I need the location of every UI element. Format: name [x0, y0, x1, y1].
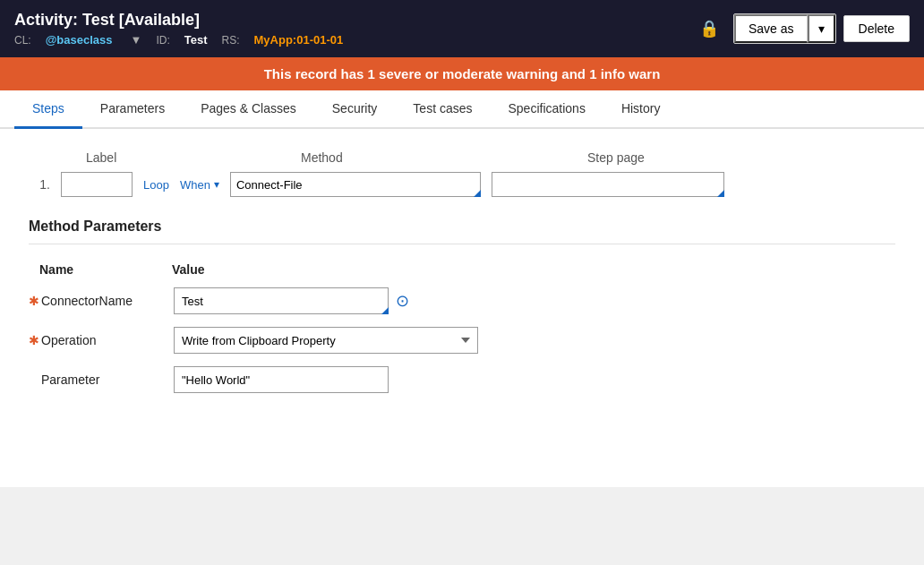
col-label-header: Label	[86, 150, 193, 165]
rs-value: MyApp:01-01-01	[254, 33, 344, 47]
params-col-name: Name	[29, 262, 172, 277]
param-name-parameter: Parameter	[41, 372, 174, 387]
rs-label: RS:	[222, 34, 240, 47]
params-header: Name Value	[29, 262, 895, 277]
lock-icon: 🔒	[699, 19, 719, 39]
operation-dropdown-wrapper: Write from Clipboard Property Read from …	[174, 327, 478, 354]
step-columns-header: Label Method Step page	[29, 150, 895, 165]
warning-banner: This record has 1 severe or moderate war…	[0, 57, 924, 90]
step-row: 1. Loop When ▾	[29, 172, 895, 197]
main-content: Label Method Step page 1. Loop When ▾ Me…	[0, 129, 924, 487]
loop-link[interactable]: Loop	[143, 178, 169, 192]
col-steppage-header: Step page	[587, 150, 645, 165]
page-title: Activity: Test [Available]	[14, 11, 343, 30]
step-label-input[interactable]	[61, 172, 133, 197]
tab-specifications[interactable]: Specifications	[491, 90, 603, 129]
required-star-operation: ✱	[29, 333, 41, 347]
required-star-connector: ✱	[29, 294, 41, 308]
cl-label: CL:	[14, 34, 31, 47]
step-page-input-wrapper	[492, 172, 724, 197]
header-left: Activity: Test [Available] CL: @baseclas…	[14, 11, 343, 47]
save-as-wrapper: Save as ▾	[733, 13, 836, 44]
header-right: 🔒 Save as ▾ Delete	[699, 13, 910, 44]
when-chevron-icon: ▾	[214, 178, 219, 191]
param-row-connector-name: ✱ ConnectorName ⊙	[29, 287, 895, 314]
tab-history[interactable]: History	[603, 90, 679, 129]
parameter-input[interactable]	[174, 366, 389, 393]
tab-parameters[interactable]: Parameters	[82, 90, 183, 129]
when-label: When	[180, 178, 210, 192]
header: Activity: Test [Available] CL: @baseclas…	[0, 0, 924, 57]
param-name-connector: ConnectorName	[41, 294, 174, 308]
param-name-operation: Operation	[41, 333, 174, 347]
delete-button[interactable]: Delete	[843, 15, 910, 42]
id-value: Test	[184, 33, 208, 47]
connector-name-input[interactable]	[174, 287, 389, 314]
header-meta: CL: @baseclass ▼ ID: Test RS: MyApp:01-0…	[14, 33, 343, 47]
id-label: ID:	[156, 34, 169, 47]
target-icon[interactable]: ⊙	[396, 291, 409, 311]
param-corner-icon	[381, 307, 389, 314]
step-page-corner-icon	[717, 190, 724, 197]
section-divider	[29, 244, 895, 244]
method-params-title: Method Parameters	[29, 218, 895, 235]
method-input[interactable]	[230, 172, 481, 197]
param-row-operation: ✱ Operation Write from Clipboard Propert…	[29, 327, 895, 354]
required-star-parameter: ✱	[29, 372, 41, 387]
step-number: 1.	[29, 177, 50, 192]
tab-security[interactable]: Security	[314, 90, 396, 129]
save-as-button[interactable]: Save as	[734, 14, 808, 43]
cl-value: @baseclass	[46, 33, 113, 47]
method-input-wrapper	[230, 172, 481, 197]
operation-dropdown[interactable]: Write from Clipboard Property Read from …	[174, 327, 478, 354]
when-dropdown[interactable]: When ▾	[180, 178, 219, 192]
tab-steps[interactable]: Steps	[14, 90, 82, 129]
method-params-section: Method Parameters Name Value ✱ Connector…	[29, 218, 895, 393]
col-method-header: Method	[301, 150, 552, 165]
step-page-input[interactable]	[492, 172, 724, 197]
param-row-parameter: ✱ Parameter	[29, 366, 895, 393]
save-as-dropdown-button[interactable]: ▾	[808, 14, 835, 43]
connector-input-wrapper	[174, 287, 389, 314]
tabs: Steps Parameters Pages & Classes Securit…	[0, 90, 924, 129]
tab-test-cases[interactable]: Test cases	[395, 90, 490, 129]
method-corner-icon	[474, 190, 481, 197]
dropdown-chevron-icon: ▼	[131, 33, 142, 47]
params-col-value: Value	[172, 262, 205, 277]
tab-pages-classes[interactable]: Pages & Classes	[183, 90, 314, 129]
